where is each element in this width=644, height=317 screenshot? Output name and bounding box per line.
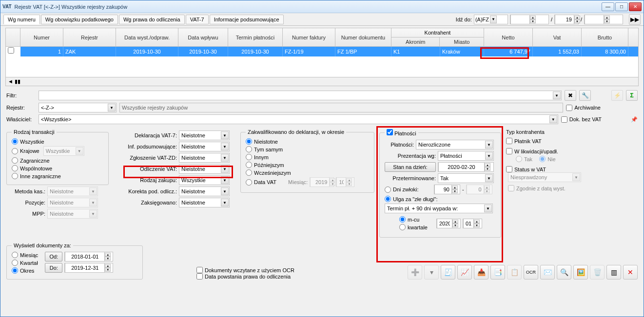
pin-icon[interactable]: 📌 — [631, 116, 638, 123]
filter-bolt-button[interactable]: ⚡ — [611, 90, 623, 101]
nie-radio — [539, 156, 546, 162]
dok-bez-vat-checkbox[interactable]: Dok. bez VAT — [561, 116, 602, 123]
bottom-bar: Wyświetl dokumenty za: Miesiąc Kwartał O… — [0, 241, 644, 281]
korekta-combo[interactable]: Nieistotne▼ — [179, 186, 230, 196]
obd-button[interactable]: 📋 — [507, 265, 522, 280]
rejestr-combo[interactable]: <-Z->▼ — [39, 103, 117, 112]
add-button[interactable]: ➕ — [408, 265, 422, 280]
do-button[interactable]: Do: — [45, 263, 62, 273]
krajowe-combo: Wszystkie▼ — [43, 146, 84, 156]
zk-pozniej-radio[interactable]: Późniejszym — [246, 162, 369, 168]
tab-wg-obowiazku[interactable]: Wg obowiązku podatkowego — [41, 15, 118, 24]
params-panels: Rodzaj transakcji Wszystkie Krajowe Wszy… — [0, 126, 644, 241]
close-panel-button[interactable]: ✕ — [623, 265, 638, 280]
zk-wczesniej-radio[interactable]: Wcześniejszym — [246, 169, 369, 176]
import-button[interactable]: 📥 — [474, 265, 488, 280]
zk-datavat-radio[interactable] — [246, 179, 252, 186]
vat-tool-button[interactable]: 🧾 — [441, 265, 455, 280]
rt-wspolnotowe-radio[interactable]: Wspólnotowe — [12, 165, 103, 171]
deklaracja-group: Deklaracja VAT-7:Nieistotne▼ Inf. podsum… — [114, 129, 235, 238]
rt-krajowe-radio[interactable] — [12, 148, 18, 154]
sum-button[interactable]: Σ — [626, 90, 638, 101]
rt-wszystkie-radio[interactable]: Wszystkie — [12, 138, 103, 145]
tab-inf-podsum[interactable]: Informacje podsumowujące — [210, 15, 284, 24]
ocr-button[interactable]: OCR — [524, 265, 538, 280]
preview-button[interactable]: 🖼️ — [573, 265, 588, 280]
filter-tool-button[interactable]: 🔧 — [579, 90, 591, 101]
title-bar: VAT Rejestr VAT [<-Z->] Wszystkie rejest… — [0, 0, 644, 13]
filter-block: Filtr: ▼ ✖ 🔧 ⚡ Σ Rejestr: <-Z->▼ Wszystk… — [0, 88, 644, 126]
window-title: Rejestr VAT [<-Z->] Wszystkie rejestry z… — [15, 4, 602, 10]
tabs-toolbar: Wg numeru Wg obowiązku podatkowego Wg pr… — [0, 13, 644, 26]
add-menu-button[interactable]: ▾ — [424, 265, 439, 280]
tab-wg-numeru[interactable]: Wg numeru — [3, 15, 40, 24]
row-checkbox[interactable] — [8, 47, 14, 54]
ocr-data-checkbox[interactable]: Data powstania prawa do odliczenia — [196, 273, 294, 280]
filter-combo[interactable]: ▼ — [39, 91, 562, 100]
tab-wg-prawa[interactable]: Wg prawa do odliczenia — [119, 15, 185, 24]
rt-zagraniczne-radio[interactable]: Zagraniczne — [12, 157, 103, 164]
goto-spinner-3[interactable]: ▲▼ — [584, 15, 623, 24]
archiwalne-checkbox[interactable]: Archiwalne — [566, 105, 601, 111]
zk-m-spinner: ▲▼ — [336, 177, 354, 187]
highlight-netto — [480, 47, 529, 59]
highlight-platnosci — [376, 126, 503, 262]
app-window: VAT Rejestr VAT [<-Z->] Wszystkie rejest… — [0, 0, 644, 317]
inf-combo[interactable]: Nieistotne▼ — [179, 142, 230, 151]
send-button[interactable]: ✉️ — [540, 265, 555, 280]
columns-button[interactable]: ▥ — [606, 265, 621, 280]
wlasciciel-combo[interactable]: <Wszystkie>▼ — [39, 114, 558, 124]
od-date[interactable]: ▲▼ — [64, 252, 113, 261]
metoda-combo[interactable]: Nieistotne▼ — [47, 186, 98, 196]
w-kwartal-radio[interactable]: Kwartał — [12, 260, 38, 266]
goto-type-combo[interactable]: (A)FZ▼ — [474, 15, 508, 24]
tab-vat7[interactable]: VAT-7 — [186, 15, 209, 24]
goto-label: Idź do: — [456, 17, 472, 22]
zk-tym-radio[interactable]: Tym samym — [246, 146, 369, 152]
delete-button[interactable]: 🗑️ — [590, 265, 605, 280]
close-button[interactable]: ✕ — [629, 2, 642, 11]
goto-spinner-1[interactable]: ▲▼ — [510, 15, 549, 24]
zk-innym-radio[interactable]: Innym — [246, 154, 369, 160]
mpp-combo[interactable]: Nieistotne▼ — [47, 209, 98, 219]
zgodnie-checkbox: Zgodnie z datą wyst. — [508, 185, 594, 191]
search-button[interactable]: 🔍 — [557, 265, 571, 280]
data-grid[interactable]: Numer Rejestr Data wyst./odpraw. Data wp… — [5, 28, 639, 86]
tak-radio — [516, 156, 522, 162]
minimize-button[interactable]: — — [602, 2, 614, 11]
pozycje-combo[interactable]: Nieistotne▼ — [47, 198, 98, 207]
grid-scrollbar[interactable]: ◄ ▮▮ — [6, 77, 638, 86]
highlight-odliczenie — [123, 166, 233, 178]
goto-execute-button[interactable]: ▶▶ — [629, 14, 641, 25]
rt-inne-radio[interactable]: Inne zagraniczne — [12, 173, 103, 179]
od-button[interactable]: Od: — [45, 252, 62, 261]
maximize-button[interactable]: □ — [615, 2, 628, 11]
platnik-checkbox[interactable]: Płatnik VAT — [506, 138, 594, 144]
likw-checkbox[interactable]: W likwidacji/upadł. — [506, 148, 594, 154]
docs-button[interactable]: 📑 — [490, 265, 505, 280]
chart-button[interactable]: 📈 — [457, 265, 472, 280]
goto-num-spinner[interactable]: ▲▼ — [554, 15, 579, 24]
do-date[interactable]: ▲▼ — [64, 263, 113, 273]
w-miesiac-radio[interactable]: Miesiąc — [12, 252, 38, 258]
w-okres-radio[interactable]: Okres — [12, 267, 38, 274]
zaks-combo[interactable]: Nieistotne▼ — [179, 198, 230, 207]
vat-icon: VAT — [2, 4, 12, 9]
rodzaj-transakcji-group: Rodzaj transakcji Wszystkie Krajowe Wszy… — [6, 129, 109, 185]
status-combo: Niesprawdzony▼ — [508, 172, 581, 182]
filter-clear-button[interactable]: ✖ — [565, 90, 576, 101]
wyswietl-group: Wyświetl dokumenty za: Miesiąc Kwartał O… — [6, 242, 143, 280]
ocr-wczytane-checkbox[interactable]: Dokumenty wczytane z użyciem OCR — [196, 267, 294, 273]
typ-group: Typ kontrahenta Płatnik VAT W likwidacji… — [506, 129, 594, 191]
zk-rok-spinner: ▲▼ — [310, 177, 334, 187]
zakwal-group: Zakwalifikowano do deklaracji, w okresie… — [240, 129, 374, 193]
rejestr-desc: Wszystkie rejestry zakupów — [119, 103, 563, 112]
grid-header: Numer Rejestr Data wyst./odpraw. Data wp… — [6, 28, 638, 47]
table-row[interactable]: 1 ZAK 2019-10-30 2019-10-30 2019-10-30 F… — [6, 47, 638, 56]
zk-nieistotne-radio[interactable]: Nieistotne — [246, 138, 369, 145]
zgl-combo[interactable]: Nieistotne▼ — [179, 153, 230, 163]
status-checkbox[interactable]: Status w VAT — [506, 166, 594, 172]
vat7-combo[interactable]: Nieistotne▼ — [179, 131, 230, 140]
